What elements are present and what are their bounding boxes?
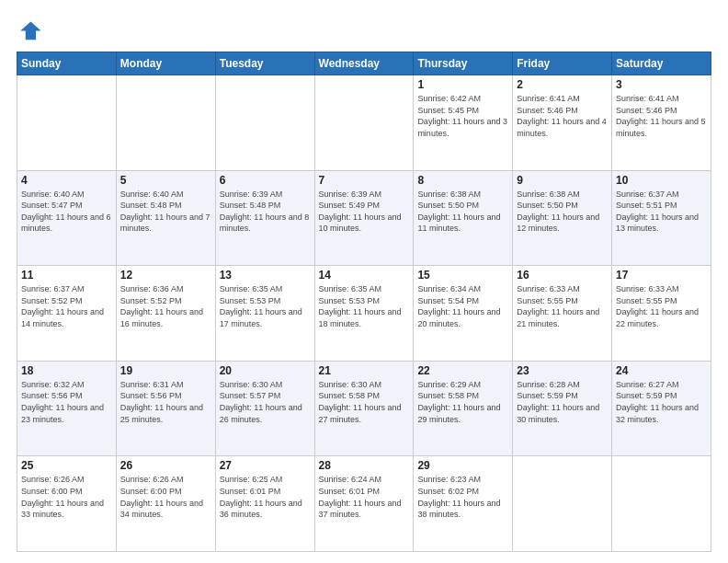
page: SundayMondayTuesdayWednesdayThursdayFrid…: [0, 0, 728, 563]
day-number-14: 14: [319, 269, 410, 282]
day-number-13: 13: [220, 269, 311, 282]
calendar-header-thursday: Thursday: [414, 52, 513, 75]
day-info-13: Sunrise: 6:35 AM Sunset: 5:53 PM Dayligh…: [220, 283, 311, 329]
day-info-10: Sunrise: 6:37 AM Sunset: 5:51 PM Dayligh…: [616, 189, 707, 235]
calendar-header-row: SundayMondayTuesdayWednesdayThursdayFrid…: [17, 52, 711, 75]
day-info-27: Sunrise: 6:25 AM Sunset: 6:01 PM Dayligh…: [220, 474, 311, 520]
day-info-21: Sunrise: 6:30 AM Sunset: 5:58 PM Dayligh…: [319, 379, 410, 425]
calendar-cell-27: 27Sunrise: 6:25 AM Sunset: 6:01 PM Dayli…: [215, 456, 314, 552]
calendar-cell-empty: [215, 75, 314, 171]
calendar-header-tuesday: Tuesday: [215, 52, 314, 75]
day-number-10: 10: [616, 174, 707, 187]
calendar-cell-16: 16Sunrise: 6:33 AM Sunset: 5:55 PM Dayli…: [513, 266, 612, 362]
calendar-cell-19: 19Sunrise: 6:31 AM Sunset: 5:56 PM Dayli…: [116, 361, 215, 456]
calendar-header-wednesday: Wednesday: [314, 52, 414, 75]
day-number-17: 17: [616, 269, 707, 282]
day-info-9: Sunrise: 6:38 AM Sunset: 5:50 PM Dayligh…: [517, 189, 608, 235]
calendar-cell-empty: [17, 75, 117, 171]
header: [17, 17, 711, 42]
day-info-16: Sunrise: 6:33 AM Sunset: 5:55 PM Dayligh…: [517, 283, 608, 329]
logo: [17, 17, 46, 42]
calendar-cell-2: 2Sunrise: 6:41 AM Sunset: 5:46 PM Daylig…: [513, 75, 612, 171]
calendar-cell-17: 17Sunrise: 6:33 AM Sunset: 5:55 PM Dayli…: [612, 266, 711, 362]
calendar-header-sunday: Sunday: [17, 52, 117, 75]
day-number-1: 1: [417, 78, 508, 91]
calendar-cell-26: 26Sunrise: 6:26 AM Sunset: 6:00 PM Dayli…: [116, 456, 215, 552]
day-info-29: Sunrise: 6:23 AM Sunset: 6:02 PM Dayligh…: [417, 474, 508, 520]
day-info-8: Sunrise: 6:38 AM Sunset: 5:50 PM Dayligh…: [417, 189, 508, 235]
day-info-12: Sunrise: 6:36 AM Sunset: 5:52 PM Dayligh…: [120, 283, 211, 329]
calendar-cell-6: 6Sunrise: 6:39 AM Sunset: 5:48 PM Daylig…: [215, 170, 314, 266]
day-info-18: Sunrise: 6:32 AM Sunset: 5:56 PM Dayligh…: [21, 379, 112, 425]
day-number-16: 16: [517, 269, 608, 282]
day-number-29: 29: [417, 459, 508, 472]
calendar-cell-28: 28Sunrise: 6:24 AM Sunset: 6:01 PM Dayli…: [314, 456, 414, 552]
day-number-4: 4: [21, 174, 112, 187]
calendar-cell-5: 5Sunrise: 6:40 AM Sunset: 5:48 PM Daylig…: [116, 170, 215, 266]
day-number-9: 9: [517, 174, 608, 187]
day-info-26: Sunrise: 6:26 AM Sunset: 6:00 PM Dayligh…: [120, 474, 211, 520]
calendar-cell-12: 12Sunrise: 6:36 AM Sunset: 5:52 PM Dayli…: [116, 266, 215, 362]
calendar-cell-4: 4Sunrise: 6:40 AM Sunset: 5:47 PM Daylig…: [17, 170, 117, 266]
calendar-cell-9: 9Sunrise: 6:38 AM Sunset: 5:50 PM Daylig…: [513, 170, 612, 266]
day-number-20: 20: [220, 364, 311, 377]
day-number-18: 18: [21, 364, 112, 377]
day-info-11: Sunrise: 6:37 AM Sunset: 5:52 PM Dayligh…: [21, 283, 112, 329]
calendar-cell-1: 1Sunrise: 6:42 AM Sunset: 5:45 PM Daylig…: [414, 75, 513, 171]
calendar-week-1: 1Sunrise: 6:42 AM Sunset: 5:45 PM Daylig…: [17, 75, 711, 171]
day-number-27: 27: [220, 459, 311, 472]
calendar-cell-24: 24Sunrise: 6:27 AM Sunset: 5:59 PM Dayli…: [612, 361, 711, 456]
day-number-5: 5: [120, 174, 211, 187]
day-number-7: 7: [319, 174, 410, 187]
calendar-cell-3: 3Sunrise: 6:41 AM Sunset: 5:46 PM Daylig…: [612, 75, 711, 171]
day-number-21: 21: [319, 364, 410, 377]
calendar-table: SundayMondayTuesdayWednesdayThursdayFrid…: [17, 52, 711, 552]
calendar-cell-10: 10Sunrise: 6:37 AM Sunset: 5:51 PM Dayli…: [612, 170, 711, 266]
calendar-week-5: 25Sunrise: 6:26 AM Sunset: 6:00 PM Dayli…: [17, 456, 711, 552]
calendar-header-saturday: Saturday: [612, 52, 711, 75]
day-info-6: Sunrise: 6:39 AM Sunset: 5:48 PM Dayligh…: [220, 189, 311, 235]
calendar-cell-23: 23Sunrise: 6:28 AM Sunset: 5:59 PM Dayli…: [513, 361, 612, 456]
day-info-25: Sunrise: 6:26 AM Sunset: 6:00 PM Dayligh…: [21, 474, 112, 520]
day-info-19: Sunrise: 6:31 AM Sunset: 5:56 PM Dayligh…: [120, 379, 211, 425]
day-number-26: 26: [120, 459, 211, 472]
calendar-cell-8: 8Sunrise: 6:38 AM Sunset: 5:50 PM Daylig…: [414, 170, 513, 266]
day-info-5: Sunrise: 6:40 AM Sunset: 5:48 PM Dayligh…: [120, 189, 211, 235]
calendar-cell-empty: [314, 75, 414, 171]
day-info-1: Sunrise: 6:42 AM Sunset: 5:45 PM Dayligh…: [417, 93, 508, 139]
day-info-15: Sunrise: 6:34 AM Sunset: 5:54 PM Dayligh…: [417, 283, 508, 329]
day-number-3: 3: [616, 78, 707, 91]
day-info-7: Sunrise: 6:39 AM Sunset: 5:49 PM Dayligh…: [319, 189, 410, 235]
calendar-header-monday: Monday: [116, 52, 215, 75]
day-number-22: 22: [417, 364, 508, 377]
calendar-cell-empty: [612, 456, 711, 552]
calendar-header-friday: Friday: [513, 52, 612, 75]
day-info-17: Sunrise: 6:33 AM Sunset: 5:55 PM Dayligh…: [616, 283, 707, 329]
calendar-cell-empty: [116, 75, 215, 171]
svg-marker-0: [20, 22, 40, 40]
day-info-24: Sunrise: 6:27 AM Sunset: 5:59 PM Dayligh…: [616, 379, 707, 425]
day-number-19: 19: [120, 364, 211, 377]
day-number-12: 12: [120, 269, 211, 282]
day-number-11: 11: [21, 269, 112, 282]
day-number-24: 24: [616, 364, 707, 377]
day-info-28: Sunrise: 6:24 AM Sunset: 6:01 PM Dayligh…: [319, 474, 410, 520]
calendar-cell-empty: [513, 456, 612, 552]
day-info-20: Sunrise: 6:30 AM Sunset: 5:57 PM Dayligh…: [220, 379, 311, 425]
day-number-8: 8: [417, 174, 508, 187]
day-number-6: 6: [220, 174, 311, 187]
calendar-cell-15: 15Sunrise: 6:34 AM Sunset: 5:54 PM Dayli…: [414, 266, 513, 362]
calendar-week-2: 4Sunrise: 6:40 AM Sunset: 5:47 PM Daylig…: [17, 170, 711, 266]
day-number-2: 2: [517, 78, 608, 91]
day-info-23: Sunrise: 6:28 AM Sunset: 5:59 PM Dayligh…: [517, 379, 608, 425]
day-number-28: 28: [319, 459, 410, 472]
day-info-3: Sunrise: 6:41 AM Sunset: 5:46 PM Dayligh…: [616, 93, 707, 139]
calendar-cell-7: 7Sunrise: 6:39 AM Sunset: 5:49 PM Daylig…: [314, 170, 414, 266]
day-info-22: Sunrise: 6:29 AM Sunset: 5:58 PM Dayligh…: [417, 379, 508, 425]
calendar-cell-18: 18Sunrise: 6:32 AM Sunset: 5:56 PM Dayli…: [17, 361, 117, 456]
day-number-23: 23: [517, 364, 608, 377]
logo-icon: [17, 17, 42, 42]
calendar-week-4: 18Sunrise: 6:32 AM Sunset: 5:56 PM Dayli…: [17, 361, 711, 456]
day-info-4: Sunrise: 6:40 AM Sunset: 5:47 PM Dayligh…: [21, 189, 112, 235]
calendar-week-3: 11Sunrise: 6:37 AM Sunset: 5:52 PM Dayli…: [17, 266, 711, 362]
